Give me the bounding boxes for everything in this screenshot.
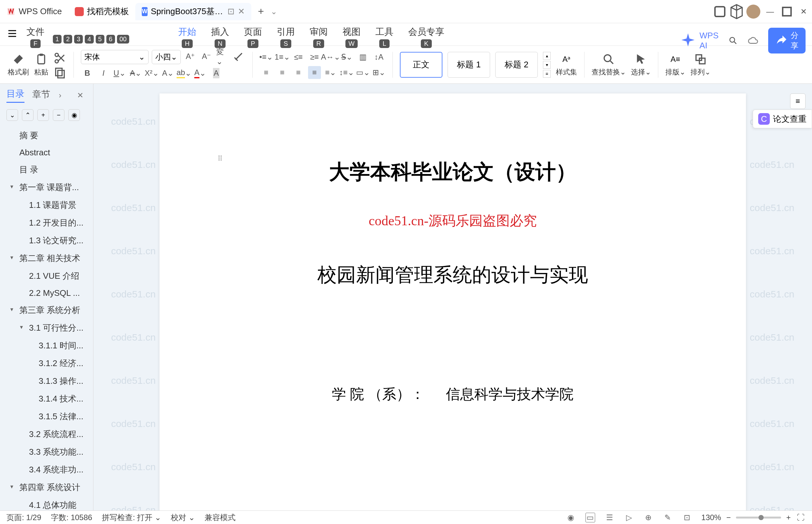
menu-insert[interactable]: 插入N (204, 23, 235, 48)
align-center-button[interactable]: ≡ (276, 66, 289, 79)
outline-item[interactable]: ▾3.1 可行性分... (0, 319, 93, 337)
window-app-icon[interactable] (711, 3, 728, 20)
avatar-icon[interactable] (745, 3, 762, 20)
char-shading-button[interactable]: A (210, 67, 223, 80)
share-button[interactable]: 分享 (768, 28, 806, 53)
distribute-button[interactable]: ≡⌄ (324, 66, 337, 79)
phonetic-button[interactable]: 変⌄ (216, 50, 229, 63)
qat-6[interactable]: 6 (106, 35, 115, 44)
zoom-out-button[interactable]: − (726, 513, 731, 522)
cut-button[interactable] (53, 51, 66, 64)
borders-button[interactable]: ⊞⌄ (372, 66, 385, 79)
paste-button[interactable]: 粘贴 (34, 52, 48, 77)
style-h1[interactable]: 标题 1 (448, 52, 490, 78)
qat-4[interactable]: 4 (85, 35, 94, 44)
align-justify-button[interactable]: ≡ (308, 66, 321, 79)
qat-3[interactable]: 3 (74, 35, 83, 44)
italic-button[interactable]: I (97, 67, 110, 80)
cube-icon[interactable] (728, 3, 745, 20)
strikethrough2-button[interactable]: S̶⌄ (340, 51, 353, 64)
shading-button[interactable]: ▭⌄ (357, 66, 369, 79)
web-icon[interactable]: ⊕ (644, 513, 653, 522)
style-body[interactable]: 正文 (400, 52, 443, 78)
eye-view-icon[interactable]: ◉ (566, 513, 576, 522)
thesis-check-button[interactable]: C 论文查重 (753, 110, 812, 128)
outline-item[interactable]: 3.1.5 法律... (0, 408, 93, 425)
outline-item[interactable]: 目 录 (0, 161, 93, 179)
zoom-control[interactable]: 130% − + ⛶ (701, 513, 806, 522)
sidebar-close-icon[interactable]: ✕ (77, 91, 87, 100)
style-h2[interactable]: 标题 2 (495, 52, 538, 78)
status-page[interactable]: 页面: 1/29 (6, 512, 41, 523)
app-tab[interactable]: WPS Office (0, 3, 68, 20)
outline-item[interactable]: 2.2 MySQL ... (0, 285, 93, 301)
menu-tools[interactable]: 工具L (369, 23, 400, 48)
outline-item[interactable]: 3.1.2 经济... (0, 355, 93, 372)
pin-icon[interactable]: ⊡ (228, 7, 235, 16)
underline-button[interactable]: U⌄ (113, 67, 126, 80)
outline-item[interactable]: 3.3 系统功能... (0, 443, 93, 461)
hamburger-icon[interactable] (6, 28, 18, 39)
document-area[interactable]: code51.cncode51.cncode51.cncode51.cncode… (94, 84, 812, 510)
qat-00[interactable]: 00 (117, 35, 129, 44)
styles-button[interactable]: Aᵃ 样式集 (556, 52, 577, 77)
edit-icon[interactable]: ✎ (663, 513, 673, 522)
font-color-button[interactable]: A⌄ (194, 67, 206, 80)
decrease-indent-button[interactable]: ≤≡ (292, 51, 305, 64)
qat-2[interactable]: 2 (64, 35, 72, 44)
outline-item[interactable]: 1.3 论文研究... (0, 232, 93, 249)
sidebar-toggle-button[interactable]: ≡ (790, 94, 806, 109)
zoom-in-button[interactable]: + (786, 513, 791, 522)
outline-item[interactable]: 2.1 VUE 介绍 (0, 267, 93, 285)
caret-icon[interactable]: ▾ (10, 306, 13, 313)
print-layout-icon[interactable]: ▭ (585, 513, 595, 522)
outline-item[interactable]: 3.1.1 时间... (0, 337, 93, 355)
status-words[interactable]: 字数: 10586 (51, 512, 92, 523)
menu-view[interactable]: 视图W (336, 23, 367, 48)
tab-menu-chevron[interactable]: ⌄ (271, 7, 277, 16)
qat-5[interactable]: 5 (96, 35, 104, 44)
outline-add-button[interactable]: + (37, 109, 49, 121)
status-proof[interactable]: 校对 ⌄ (171, 512, 195, 523)
status-spell[interactable]: 拼写检查: 打开 ⌄ (102, 512, 161, 523)
outline-remove-button[interactable]: − (53, 109, 64, 121)
menu-page[interactable]: 页面P (237, 23, 268, 48)
char-scale-button[interactable]: A↔⌄ (324, 51, 337, 64)
close-tab-icon[interactable]: ✕ (238, 7, 245, 16)
superscript-button[interactable]: X²⌄ (145, 67, 158, 80)
outline-item[interactable]: ▾第四章 系统设计 (0, 478, 93, 496)
outline-down-button[interactable]: ⌄ (6, 109, 18, 121)
outline-up-button[interactable]: ⌃ (22, 109, 34, 121)
caret-icon[interactable]: ▾ (10, 183, 13, 190)
menu-vip[interactable]: 会员专享K (402, 23, 451, 48)
outline-item[interactable]: 3.2 系统流程... (0, 425, 93, 443)
caret-icon[interactable]: ▾ (10, 483, 13, 490)
numbering-button[interactable]: 1≡⌄ (276, 51, 289, 64)
outline-item[interactable]: 1.2 开发目的... (0, 214, 93, 232)
outline-item[interactable]: 3.1.3 操作... (0, 372, 93, 390)
outline-item[interactable]: 4.1 总体功能 (0, 496, 93, 510)
cloud-icon[interactable] (748, 35, 759, 46)
fit-icon[interactable]: ⊡ (682, 513, 692, 522)
outline-item[interactable]: ▾第二章 相关技术 (0, 249, 93, 267)
line-spacing-button[interactable]: ↕≡⌄ (340, 66, 353, 79)
decrease-font-button[interactable]: A⁻ (200, 50, 213, 63)
align-left-button[interactable]: ≡ (260, 66, 272, 79)
align-right-button[interactable]: ≡ (292, 66, 305, 79)
outline-item[interactable]: 3.4 系统非功... (0, 461, 93, 478)
caret-icon[interactable]: ▾ (10, 254, 13, 261)
fullscreen-icon[interactable]: ⛶ (796, 513, 806, 522)
outline-item[interactable]: 摘 要 (0, 127, 93, 144)
close-window-button[interactable]: ✕ (795, 3, 812, 20)
text-direction-button[interactable]: ↕A (372, 51, 385, 64)
columns-button[interactable]: ▥ (357, 51, 369, 64)
menu-start[interactable]: 开始H (172, 23, 203, 48)
tab-chapter[interactable]: 章节 (32, 88, 50, 102)
outline-item[interactable]: ▾第一章 课题背... (0, 179, 93, 196)
increase-indent-button[interactable]: ≥≡ (308, 51, 321, 64)
menu-review[interactable]: 审阅R (303, 23, 334, 48)
style-scroll[interactable]: ▴▾≡ (543, 52, 551, 78)
outline-item[interactable]: 3.1.4 技术... (0, 390, 93, 408)
select-button[interactable]: 选择⌄ (631, 52, 651, 77)
bullets-button[interactable]: •≡⌄ (260, 51, 272, 64)
